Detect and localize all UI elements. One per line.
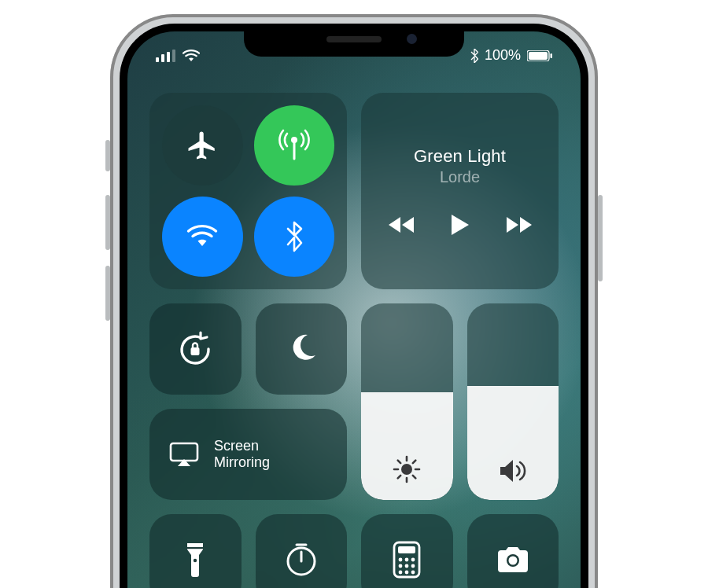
svg-point-16 xyxy=(399,558,403,562)
volume-slider[interactable] xyxy=(467,303,559,500)
moon-icon xyxy=(284,332,319,366)
svg-point-21 xyxy=(411,564,415,568)
side-button-volume-up xyxy=(105,195,110,250)
airplay-icon xyxy=(168,441,200,468)
calculator-icon xyxy=(392,540,422,579)
airplane-mode-button[interactable] xyxy=(162,105,243,186)
camera-button[interactable] xyxy=(467,514,559,588)
svg-point-23 xyxy=(405,571,409,575)
play-icon[interactable] xyxy=(450,213,470,237)
flashlight-icon xyxy=(184,540,206,579)
svg-rect-0 xyxy=(156,57,159,62)
control-center: Green Light Lorde xyxy=(149,93,559,588)
do-not-disturb-button[interactable] xyxy=(256,303,348,395)
orientation-lock-button[interactable] xyxy=(149,303,242,395)
timer-button[interactable] xyxy=(256,514,348,588)
screen: 100% xyxy=(127,31,581,588)
orientation-lock-icon xyxy=(174,328,216,370)
media-artist: Lorde xyxy=(440,168,480,186)
svg-point-24 xyxy=(411,571,415,575)
wifi-status-icon xyxy=(183,50,200,62)
flashlight-button[interactable] xyxy=(149,514,242,588)
status-left xyxy=(156,50,200,62)
brightness-slider[interactable] xyxy=(361,303,453,500)
volume-fill xyxy=(467,386,559,500)
brightness-icon xyxy=(392,454,422,484)
svg-point-18 xyxy=(411,558,415,562)
connectivity-tile[interactable] xyxy=(149,93,347,289)
side-button-volume-down xyxy=(105,266,110,321)
svg-rect-11 xyxy=(187,547,203,549)
svg-point-9 xyxy=(401,464,412,475)
screen-mirroring-button[interactable]: Screen Mirroring xyxy=(149,409,347,500)
svg-rect-5 xyxy=(529,52,548,60)
svg-rect-6 xyxy=(551,53,553,58)
phone-frame: 100% xyxy=(110,14,598,588)
svg-point-26 xyxy=(508,557,517,565)
battery-icon xyxy=(527,50,552,61)
airplane-icon xyxy=(186,129,219,162)
media-title: Green Light xyxy=(414,146,506,167)
status-bar: 100% xyxy=(127,47,581,64)
svg-rect-3 xyxy=(172,50,175,62)
timer-icon xyxy=(282,541,320,579)
wifi-button[interactable] xyxy=(162,197,243,277)
cellular-data-button[interactable] xyxy=(254,105,335,186)
svg-point-20 xyxy=(405,564,409,568)
bluetooth-icon xyxy=(285,221,304,252)
media-tile[interactable]: Green Light Lorde xyxy=(361,93,559,289)
forward-icon[interactable] xyxy=(505,215,533,234)
svg-point-12 xyxy=(194,559,197,562)
rewind-icon[interactable] xyxy=(387,215,415,234)
status-right: 100% xyxy=(470,47,552,64)
bluetooth-button[interactable] xyxy=(254,197,335,277)
phone-bezel: 100% xyxy=(120,24,588,588)
screen-mirroring-label: Screen Mirroring xyxy=(214,438,270,470)
svg-point-17 xyxy=(405,558,409,562)
svg-point-19 xyxy=(399,564,403,568)
calculator-button[interactable] xyxy=(361,514,453,588)
cellular-signal-icon xyxy=(156,50,176,62)
brightness-fill xyxy=(361,392,453,501)
camera-icon xyxy=(493,544,533,575)
svg-rect-10 xyxy=(171,443,197,461)
wifi-icon xyxy=(184,219,220,255)
svg-rect-2 xyxy=(167,52,170,62)
svg-rect-1 xyxy=(161,54,164,62)
svg-point-22 xyxy=(399,571,403,575)
volume-icon xyxy=(497,458,529,484)
svg-rect-8 xyxy=(191,347,200,355)
side-button-power xyxy=(598,195,603,281)
side-button-mute xyxy=(105,140,110,171)
media-controls xyxy=(387,213,533,237)
battery-percent: 100% xyxy=(485,47,521,64)
cellular-antenna-icon xyxy=(276,127,312,164)
svg-rect-15 xyxy=(398,546,415,553)
bluetooth-status-icon xyxy=(470,49,478,63)
